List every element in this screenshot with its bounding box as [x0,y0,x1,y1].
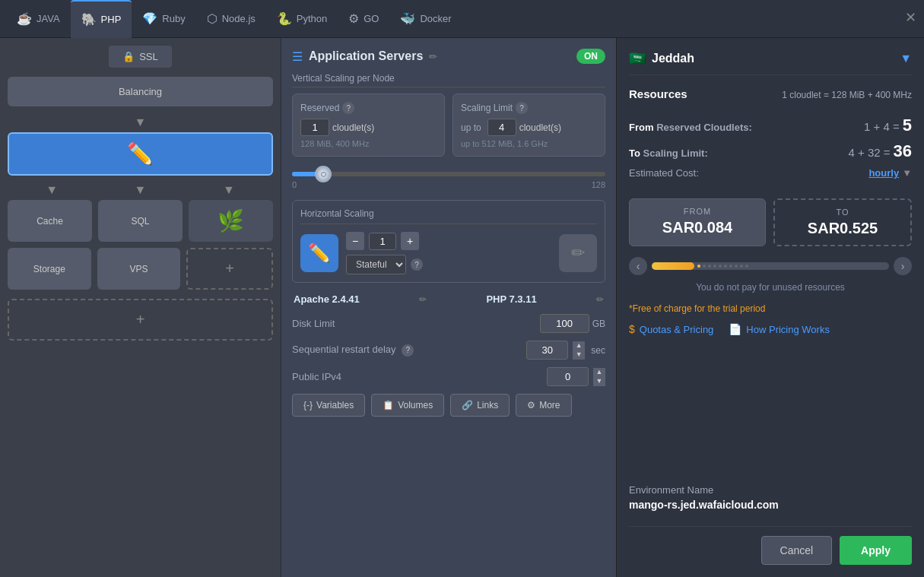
lock-icon: 🔒 [122,51,135,62]
sequential-restart-input[interactable] [526,341,568,360]
add-block-button[interactable]: + [8,299,273,341]
second-server-icon: ✏ [571,243,585,263]
slider-track[interactable]: ⬡ [292,172,605,176]
disk-limit-input[interactable] [540,314,589,333]
storage-node[interactable]: Storage [8,248,91,290]
sequential-down-btn[interactable]: ▼ [573,350,585,360]
tab-nodejs[interactable]: ⬡ Node.js [196,0,266,38]
progress-bar-wrap: ‹ › [629,257,912,293]
price-from-value: SAR0.084 [640,219,754,236]
slider-thumb[interactable]: ⬡ [315,166,332,182]
disk-limit-row: Disk Limit GB [292,314,605,333]
price-from-card: FROM SAR0.084 [629,198,766,246]
decrement-button[interactable]: − [346,232,364,250]
price-to-card: TO SAR0.525 [773,198,912,246]
reserved-unit: cloudlet(s) [332,122,374,133]
up-to-label: up to [461,122,481,133]
scaling-limit-help-icon[interactable]: ? [516,102,528,114]
prev-arrow-button[interactable]: ‹ [629,257,647,275]
disk-limit-unit: GB [592,319,605,329]
scaling-limit-info: up to 512 MiB, 1.6 GHz [461,139,597,148]
cost-dropdown-icon[interactable]: ▼ [902,167,912,179]
mongodb-icon: 🌿 [218,208,244,233]
vps-node[interactable]: VPS [97,248,181,290]
bottom-buttons: Cancel Apply [629,526,912,565]
links-button[interactable]: 🔗 Links [450,394,510,417]
tab-php[interactable]: 🐘 PHP [71,0,132,38]
reserved-box: Reserved ? cloudlet(s) 128 MiB, 400 MHz [292,94,445,157]
sequential-help-icon[interactable]: ? [402,344,414,357]
node-count-input[interactable] [369,233,396,250]
apply-button[interactable]: Apply [840,536,912,565]
tab-python[interactable]: 🐍 Python [266,0,338,38]
progress-bar [652,262,889,270]
tab-ruby[interactable]: 💎 Ruby [132,0,195,38]
section-title: Application Servers [309,49,423,63]
edit-icon[interactable]: ✏ [429,51,437,62]
ipv4-down-btn[interactable]: ▼ [593,377,605,386]
add-node-button[interactable]: + [186,248,273,290]
nodejs-icon: ⬡ [207,11,218,26]
env-name-label: Environment Name [629,484,912,496]
variables-icon: {-} [303,400,313,411]
next-arrow-button[interactable]: › [894,257,912,275]
add-icon: + [136,311,145,328]
document-icon: 📄 [729,323,741,335]
slider-area: ⬡ 0 128 [292,172,605,189]
version-row: Apache 2.4.41 ✏ PHP 7.3.11 ✏ [292,293,605,305]
more-button[interactable]: ⚙ More [516,394,571,417]
price-cards: FROM SAR0.084 TO SAR0.525 [629,198,912,246]
toggle-on[interactable]: ON [576,49,605,64]
volumes-button[interactable]: 📋 Volumes [371,394,444,417]
apache-edit-icon[interactable]: ✏ [419,294,427,305]
slider-max-label: 128 [592,180,605,189]
reserved-cloudlets-label: From Reserved Cloudlets: [629,122,752,133]
mongodb-node[interactable]: 🌿 [189,200,273,242]
region-bar: 🇸🇦 Jeddah ▼ [629,50,912,75]
public-ipv4-input[interactable] [547,367,589,386]
scaling-limit-total: 36 [894,141,912,161]
dollar-icon: $ [629,323,635,335]
price-to-label: TO [786,208,900,217]
tab-java[interactable]: ☕ JAVA [6,0,71,38]
estimated-cost-value[interactable]: hourly [868,167,899,179]
reserved-label: Reserved [300,103,339,113]
region-dropdown-icon[interactable]: ▼ [900,52,912,65]
balancing-box[interactable]: Balancing [8,77,273,106]
horizontal-scaling-section: Horizontal Scaling ✏️ − + Stateful [292,200,605,283]
close-button[interactable]: ✕ [905,9,916,26]
server-thumbnail: ✏️ [300,234,338,272]
server-icon: ✏️ [308,243,331,264]
stateful-help-icon[interactable]: ? [411,258,423,271]
right-panel: 🇸🇦 Jeddah ▼ Resources 1 cloudlet = 128 M… [616,38,924,577]
tab-docker[interactable]: 🐳 Docker [389,0,462,38]
scaling-limit-resource-row: To Scaling Limit: 4 + 32 = 36 [629,141,912,161]
stateful-select[interactable]: Stateful [346,255,406,274]
action-buttons: {-} Variables 📋 Volumes 🔗 Links ⚙ More [292,394,605,417]
node-counter: − + [346,232,423,250]
cancel-button[interactable]: Cancel [761,536,833,565]
tab-go[interactable]: ⚙ GO [338,0,389,38]
reserved-input[interactable] [300,119,329,136]
arrow-center-icon: ▼ [135,183,147,197]
sql-node[interactable]: SQL [98,200,183,242]
cache-node[interactable]: Cache [8,200,92,242]
php-icon: 🐘 [81,12,97,27]
increment-button[interactable]: + [401,232,419,250]
scaling-limit-resource-label: To Scaling Limit: [629,147,708,159]
quotas-pricing-link[interactable]: $ Quotas & Pricing [629,323,713,335]
arrows-row: ▼ ▼ ▼ [8,183,273,197]
progress-dots [697,265,748,268]
sequential-up-btn[interactable]: ▲ [573,341,585,350]
variables-button[interactable]: {-} Variables [292,394,365,417]
php-edit-icon[interactable]: ✏ [596,294,604,305]
arrow-left-icon: ▼ [46,183,58,197]
app-server-box[interactable]: ✏️ [8,132,273,176]
ssl-button[interactable]: 🔒 SSL [109,46,172,68]
ipv4-up-btn[interactable]: ▲ [593,368,605,377]
arrow-right-icon: ▼ [223,183,235,197]
reserved-help-icon[interactable]: ? [342,102,354,114]
scaling-limit-input[interactable] [487,119,516,136]
links-row: $ Quotas & Pricing 📄 How Pricing Works [629,323,912,335]
how-pricing-works-link[interactable]: 📄 How Pricing Works [729,323,830,335]
